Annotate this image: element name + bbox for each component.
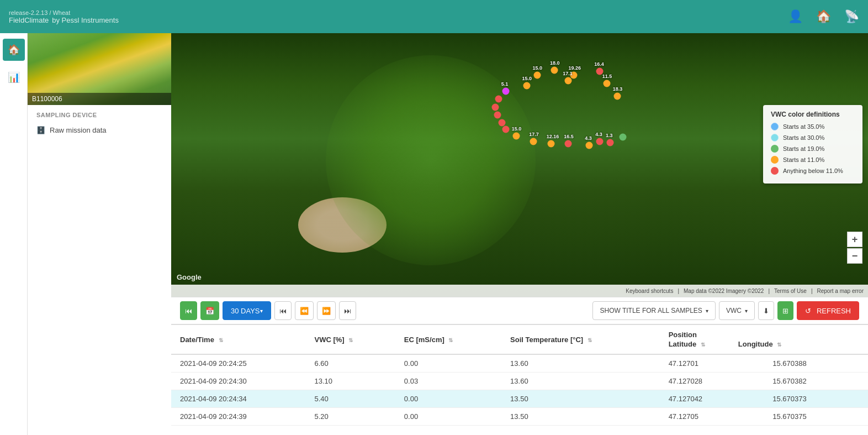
legend-dot-blue bbox=[771, 123, 779, 130]
sample-label: 15.0 bbox=[512, 126, 522, 132]
sample-dot bbox=[530, 138, 537, 145]
period-button[interactable]: 30 DAYS ▾ bbox=[223, 301, 271, 320]
cell-5: 15.670388 bbox=[764, 354, 868, 373]
table-container: Date/Time ⇅ VWC [%] ⇅ EC [mS/cm] ⇅ Soi bbox=[171, 324, 868, 435]
show-title-button[interactable]: SHOW TITLE FOR ALL SAMPLES ▾ bbox=[592, 301, 715, 320]
signal-icon[interactable]: 📡 bbox=[844, 9, 859, 24]
legend-label-3: Starts at 19.0% bbox=[783, 145, 824, 152]
legend-label-5: Anything below 11.0% bbox=[783, 167, 843, 174]
sampling-device-title: SAMPLING DEVICE bbox=[36, 112, 162, 118]
sample-dot bbox=[523, 82, 530, 90]
sample-label: 4.3 bbox=[585, 135, 592, 141]
person-icon[interactable]: 👤 bbox=[788, 9, 803, 24]
col-ec[interactable]: EC [mS/cm] ⇅ bbox=[395, 325, 501, 354]
cell-2: 0.03 bbox=[395, 373, 501, 390]
sample-dot bbox=[491, 103, 499, 111]
nav-chart-btn[interactable]: 📊 bbox=[3, 66, 25, 88]
data-table: Date/Time ⇅ VWC [%] ⇅ EC [mS/cm] ⇅ Soi bbox=[171, 325, 868, 426]
refresh-button[interactable]: ↺ REFRESH bbox=[797, 301, 859, 320]
sample-dot bbox=[613, 93, 621, 100]
sample-dot-magenta bbox=[502, 87, 509, 95]
vwc-dropdown-button[interactable]: VWC ▾ bbox=[719, 301, 755, 320]
cell-2: 0.00 bbox=[395, 390, 501, 408]
sample-dot bbox=[533, 72, 541, 79]
col-soil-temp[interactable]: Soil Temperature [°C] ⇅ bbox=[501, 325, 660, 354]
prev-fast-button[interactable]: ⏪ bbox=[295, 301, 314, 320]
nav-home-btn[interactable]: 🏠 bbox=[3, 39, 25, 61]
calendar-button[interactable]: 📅 bbox=[200, 301, 219, 320]
google-watermark: Google bbox=[177, 273, 202, 281]
sample-dot bbox=[512, 133, 520, 140]
download-button[interactable]: ⬇ bbox=[758, 301, 774, 320]
col-longitude[interactable]: Longitude ⇅ bbox=[738, 340, 781, 348]
cell-4: 47.12701 bbox=[660, 354, 764, 373]
vwc-legend-item-3: Starts at 19.0% bbox=[771, 145, 855, 153]
sort-icon-lon: ⇅ bbox=[777, 342, 781, 348]
skip-first-button[interactable]: ⏮ bbox=[274, 301, 292, 320]
cell-5: 15.670375 bbox=[764, 408, 868, 426]
sample-dot bbox=[607, 139, 614, 146]
header: release-2.2.13 / Wheat FieldClimate by P… bbox=[0, 0, 868, 33]
main-layout: 🏠 📊 B1100006 SAMPLING DEVICE 🗄️ Raw miss… bbox=[0, 33, 868, 435]
report-map-link[interactable]: Report a map error bbox=[817, 288, 864, 294]
vwc-legend: VWC color definitions Starts at 35.0% St… bbox=[763, 105, 862, 184]
home-icon[interactable]: 🏠 bbox=[816, 9, 831, 24]
zoom-out-button[interactable]: − bbox=[847, 248, 862, 264]
next-fast-button[interactable]: ⏩ bbox=[317, 301, 336, 320]
vwc-legend-title: VWC color definitions bbox=[771, 111, 855, 118]
sample-dot-green bbox=[619, 134, 626, 141]
refresh-icon: ↺ bbox=[805, 307, 811, 315]
sidebar-wrap: 🏠 📊 B1100006 SAMPLING DEVICE 🗄️ Raw miss… bbox=[0, 33, 171, 435]
sidebar-nav: 🏠 📊 bbox=[0, 33, 28, 435]
sample-dot bbox=[565, 77, 572, 84]
sort-icon-soil-temp: ⇅ bbox=[588, 337, 592, 343]
table-row[interactable]: 2021-04-09 20:24:395.200.0013.5047.12705… bbox=[171, 408, 868, 426]
cell-2: 0.00 bbox=[395, 354, 501, 373]
sample-label: 18.0 bbox=[550, 60, 560, 66]
grid-view-button[interactable]: ⊞ bbox=[777, 301, 793, 320]
cell-1: 5.20 bbox=[306, 408, 395, 426]
map-background: 17.1 19.26 16.4 18.0 15.0 11.5 18.3 15.0… bbox=[171, 33, 868, 297]
vwc-caret: ▾ bbox=[745, 308, 748, 314]
version-label: release-2.2.13 / Wheat bbox=[9, 9, 119, 16]
sample-label: 17.7 bbox=[529, 132, 539, 137]
col-datetime[interactable]: Date/Time ⇅ bbox=[171, 325, 306, 354]
cell-2: 0.00 bbox=[395, 408, 501, 426]
station-id-label: B1100006 bbox=[28, 93, 171, 105]
cell-5: 15.670373 bbox=[764, 390, 868, 408]
sample-label: 1.3 bbox=[606, 133, 613, 138]
logo: FieldClimate by Pessl Instruments bbox=[9, 16, 119, 24]
table-body: 2021-04-09 20:24:256.600.0013.6047.12701… bbox=[171, 354, 868, 426]
sort-icon-lat: ⇅ bbox=[701, 342, 705, 348]
table-row[interactable]: 2021-04-09 20:24:345.400.0013.5047.12704… bbox=[171, 390, 868, 408]
sample-dot bbox=[494, 111, 501, 118]
sort-icon-ec: ⇅ bbox=[448, 337, 453, 343]
terms-of-use-link[interactable]: Terms of Use bbox=[774, 288, 807, 294]
first-button[interactable]: ⏮ bbox=[180, 301, 197, 320]
table-row[interactable]: 2021-04-09 20:24:256.600.0013.6047.12701… bbox=[171, 354, 868, 373]
sample-dot bbox=[502, 126, 509, 133]
cell-4: 47.127042 bbox=[660, 390, 764, 408]
header-icons: 👤 🏠 📡 bbox=[788, 9, 859, 24]
col-latitude[interactable]: Latitude ⇅ bbox=[669, 340, 705, 348]
raw-mission-row[interactable]: 🗄️ Raw mission data bbox=[36, 124, 162, 137]
keyboard-shortcuts-link[interactable]: Keyboard shortcuts bbox=[626, 288, 673, 294]
sample-dot bbox=[495, 96, 502, 103]
cell-5: 15.670382 bbox=[764, 373, 868, 390]
legend-label-4: Starts at 11.0% bbox=[783, 156, 824, 163]
cell-3: 13.60 bbox=[501, 373, 660, 390]
toolbar: ⏮ 📅 30 DAYS ▾ ⏮ ⏪ ⏩ ⏭ SHOW TITLE FOR ALL… bbox=[171, 297, 868, 324]
legend-label-1: Starts at 35.0% bbox=[783, 123, 824, 130]
skip-last-button[interactable]: ⏭ bbox=[339, 301, 356, 320]
table-row[interactable]: 2021-04-09 20:24:3013.100.0313.6047.1270… bbox=[171, 373, 868, 390]
period-caret: ▾ bbox=[260, 308, 263, 314]
cell-0: 2021-04-09 20:24:34 bbox=[171, 390, 306, 408]
cell-0: 2021-04-09 20:24:25 bbox=[171, 354, 306, 373]
sample-label: 15.0 bbox=[522, 76, 532, 81]
sample-label: 16.4 bbox=[594, 61, 604, 67]
zoom-in-button[interactable]: + bbox=[847, 232, 862, 247]
raw-mission-label[interactable]: Raw mission data bbox=[50, 126, 107, 134]
legend-dot-cyan bbox=[771, 134, 779, 141]
sample-dot bbox=[586, 141, 593, 149]
col-vwc[interactable]: VWC [%] ⇅ bbox=[306, 325, 395, 354]
